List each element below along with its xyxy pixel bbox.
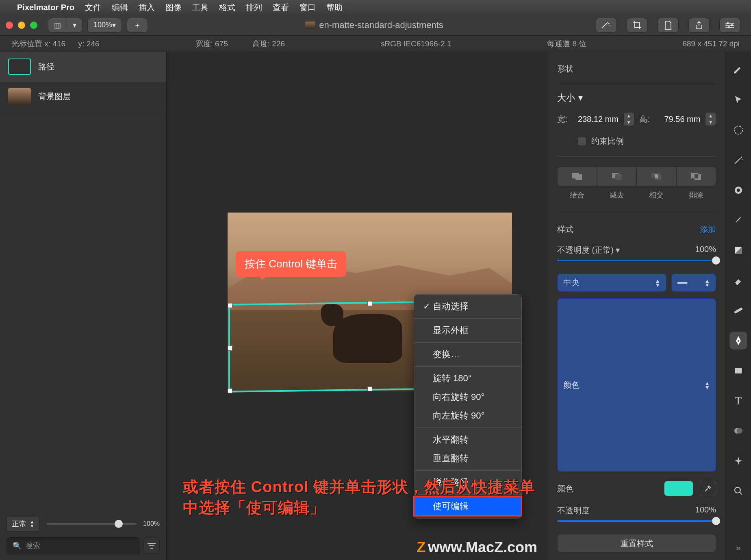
svg-point-17 (741, 159, 742, 160)
zoom-window-button[interactable] (30, 22, 37, 29)
menu-item-rotate-180[interactable]: 旋转 180° (414, 369, 521, 388)
menu-insert[interactable]: 插入 (139, 2, 155, 13)
minimize-window-button[interactable] (18, 22, 25, 29)
auto-enhance-button[interactable] (596, 18, 617, 33)
menu-arrange[interactable]: 排列 (246, 2, 262, 13)
menu-format[interactable]: 格式 (219, 2, 235, 13)
more-tools-button[interactable]: » (736, 543, 740, 553)
constrain-proportions-checkbox[interactable] (577, 137, 586, 146)
layer-opacity-slider[interactable] (46, 523, 137, 525)
tool-color-adjust[interactable] (729, 181, 747, 199)
tool-brush[interactable] (729, 211, 747, 229)
menu-window[interactable]: 窗口 (300, 2, 316, 13)
menu-tools[interactable]: 工具 (192, 2, 208, 13)
bool-intersect-button[interactable] (637, 167, 677, 186)
tool-style[interactable] (729, 61, 747, 79)
paintbrush-icon (733, 64, 744, 76)
fill-opacity-value[interactable]: 100% (695, 505, 716, 516)
unite-icon (571, 172, 583, 181)
resize-handle[interactable] (367, 386, 372, 391)
close-window-button[interactable] (6, 22, 13, 29)
zoom-level-label: 100% (93, 21, 112, 29)
tool-rail: T » (725, 52, 751, 560)
layer-row-path[interactable]: 路径 (0, 52, 166, 82)
chevron-down-icon: ▾ (616, 245, 620, 254)
exclude-icon (690, 172, 702, 181)
add-layer-button[interactable]: ＋ (127, 18, 148, 33)
menu-item-auto-select[interactable]: ✓自动选择 (414, 297, 521, 316)
bool-exclude-button[interactable] (676, 167, 716, 186)
watermark-text: www.MacZ.com (428, 539, 537, 556)
bool-unite-button[interactable] (557, 167, 597, 186)
stroke-style-select[interactable]: ━━ ▲▼ (671, 273, 716, 292)
cursor-position: 光标位置 x: 416 y: 246 (11, 39, 100, 49)
tool-text[interactable]: T (729, 392, 747, 410)
height-stepper[interactable]: ▲▼ (705, 112, 716, 126)
menu-image[interactable]: 图像 (165, 2, 182, 13)
resize-handle[interactable] (228, 346, 232, 351)
color-swatch[interactable] (664, 481, 693, 496)
width-stepper[interactable]: ▲▼ (623, 112, 634, 126)
tool-magic-wand[interactable] (729, 151, 747, 169)
menu-item-flip-h[interactable]: 水平翻转 (414, 430, 521, 449)
svg-rect-11 (655, 174, 658, 178)
menu-help[interactable]: 帮助 (326, 2, 343, 13)
resize-handle[interactable] (228, 303, 232, 308)
resize-handle[interactable] (228, 389, 232, 393)
zoom-level-select[interactable]: 100% ▾ (87, 18, 122, 33)
width-input[interactable]: 238.12 mm (573, 115, 619, 124)
resize-handle[interactable] (367, 301, 372, 306)
fill-type-select[interactable]: 颜色 ▲▼ (557, 298, 716, 472)
menu-item-show-outline[interactable]: 显示外框 (414, 321, 521, 340)
menu-item-transform[interactable]: 变换… (414, 345, 521, 364)
menu-file[interactable]: 文件 (85, 2, 101, 13)
document-icon (664, 21, 672, 30)
layer-search-input[interactable]: 🔍 搜索 (7, 537, 140, 554)
chevron-down-icon: ▾ (112, 21, 116, 30)
fill-opacity-slider[interactable] (557, 520, 716, 522)
sidebar-layout-toggle[interactable]: ▥ ▾ (48, 18, 82, 33)
chevron-down-icon: ▾ (578, 93, 583, 103)
opacity-value[interactable]: 100% (695, 245, 716, 256)
tool-arrow[interactable] (729, 91, 747, 109)
blend-mode-select[interactable]: 正常 ▲▼ (7, 516, 40, 532)
stroke-align-select[interactable]: 中央 ▲▼ (557, 273, 666, 292)
tool-effects[interactable] (729, 452, 747, 470)
eyedropper-button[interactable] (700, 481, 716, 496)
height-input[interactable]: 79.56 mm (654, 115, 700, 124)
subtract-icon (611, 172, 623, 181)
menu-edit[interactable]: 编辑 (112, 2, 128, 13)
size-section-header[interactable]: 大小 ▾ (557, 92, 716, 104)
chevrons-icon: ▲▼ (30, 520, 35, 528)
constrain-label: 约束比例 (591, 136, 624, 147)
tool-shape[interactable] (729, 362, 747, 380)
tool-pen[interactable] (729, 332, 747, 349)
window-controls (6, 22, 37, 29)
reset-style-button[interactable]: 重置样式 (557, 534, 716, 553)
layer-filter-button[interactable] (143, 538, 160, 554)
crop-button[interactable] (627, 18, 648, 33)
layer-name-label: 背景图层 (38, 91, 71, 102)
tool-zoom[interactable] (729, 482, 747, 500)
tool-repair[interactable] (729, 302, 747, 319)
svg-point-15 (734, 126, 742, 134)
menu-item-rotate-ccw[interactable]: 向左旋转 90° (414, 406, 521, 425)
tool-marquee[interactable] (729, 121, 747, 139)
opacity-slider[interactable] (557, 260, 716, 261)
menu-item-flip-v[interactable]: 垂直翻转 (414, 449, 521, 468)
tool-color-picker[interactable] (729, 422, 747, 440)
add-style-button[interactable]: 添加 (700, 224, 716, 235)
inspector-panel: 形状 大小 ▾ 宽: 238.12 mm ▲▼ 高: 79.56 mm ▲▼ 约… (548, 52, 725, 560)
new-document-button[interactable] (658, 18, 679, 33)
canvas-area[interactable]: 按住 Control 键单击 ✓自动选择 显示外框 变换… 旋转 180° 向右… (167, 52, 548, 560)
opacity-label[interactable]: 不透明度 (正常) ▾ (557, 245, 620, 256)
tool-eraser[interactable] (729, 271, 747, 289)
bool-subtract-button[interactable] (597, 167, 637, 186)
tool-gradient[interactable] (729, 241, 747, 259)
menu-item-rotate-cw[interactable]: 向右旋转 90° (414, 388, 521, 406)
toggle-inspector-button[interactable] (719, 18, 740, 33)
app-menu[interactable]: Pixelmator Pro (17, 3, 74, 12)
share-button[interactable] (688, 18, 710, 33)
menu-view[interactable]: 查看 (273, 2, 289, 13)
layer-row-background[interactable]: 背景图层 (0, 82, 166, 111)
